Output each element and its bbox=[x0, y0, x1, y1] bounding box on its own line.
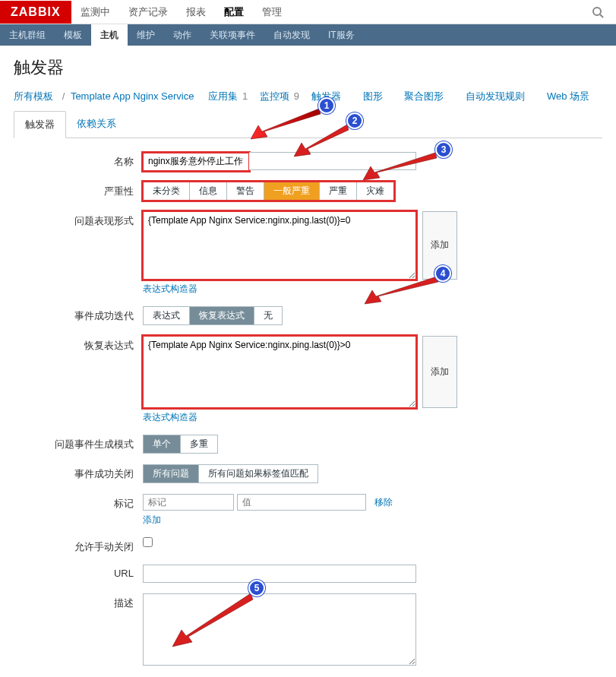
subnav-maintenance[interactable]: 维护 bbox=[128, 24, 164, 46]
topnav-reports[interactable]: 报表 bbox=[177, 0, 215, 25]
sev-average[interactable]: 一般严重 bbox=[264, 182, 320, 200]
top-header: ZABBIX 监测中 资产记录 报表 配置 管理 bbox=[0, 0, 616, 24]
tag-remove-link[interactable]: 移除 bbox=[374, 497, 393, 508]
eg-expression[interactable]: 表达式 bbox=[144, 307, 190, 324]
ok-close-selector: 所有问题 所有问题如果标签值匹配 bbox=[143, 464, 318, 483]
topnav-config[interactable]: 配置 bbox=[215, 0, 253, 25]
subnav-actions[interactable]: 动作 bbox=[164, 24, 201, 46]
expression-textarea[interactable] bbox=[143, 211, 416, 280]
oc-match-tag[interactable]: 所有问题如果标签值匹配 bbox=[199, 465, 317, 482]
subnav-it-services[interactable]: IT服务 bbox=[319, 24, 364, 46]
subnav-hostgroups[interactable]: 主机群组 bbox=[0, 24, 55, 46]
pm-multiple[interactable]: 多重 bbox=[181, 435, 217, 453]
tag-add-link[interactable]: 添加 bbox=[143, 514, 161, 525]
logo[interactable]: ZABBIX bbox=[0, 1, 71, 24]
problem-mode-selector: 单个 多重 bbox=[143, 435, 218, 454]
svg-line-1 bbox=[600, 14, 603, 17]
tag-value-input[interactable] bbox=[237, 494, 366, 511]
description-label: 描述 bbox=[14, 593, 143, 610]
sev-high[interactable]: 严重 bbox=[320, 182, 357, 200]
crumb-screens[interactable]: 聚合图形 bbox=[404, 90, 444, 102]
tab-trigger[interactable]: 触发器 bbox=[14, 111, 66, 138]
description-textarea[interactable] bbox=[143, 593, 416, 666]
crumb-web[interactable]: Web 场景 bbox=[547, 90, 589, 102]
annotation-badge-3: 3 bbox=[435, 141, 452, 158]
crumb-items[interactable]: 监控项 bbox=[260, 90, 289, 102]
breadcrumb: 所有模板 / Template App Nginx Service 应用集1 监… bbox=[0, 90, 616, 111]
top-nav: 监测中 资产记录 报表 配置 管理 bbox=[71, 0, 291, 25]
page-title: 触发器 bbox=[0, 46, 616, 90]
tab-dependencies[interactable]: 依赖关系 bbox=[66, 111, 127, 138]
name-input[interactable] bbox=[143, 153, 249, 171]
eg-none[interactable]: 无 bbox=[254, 307, 282, 324]
manual-close-checkbox[interactable] bbox=[143, 537, 153, 547]
annotation-badge-5: 5 bbox=[248, 580, 265, 596]
subnav-correlation[interactable]: 关联项事件 bbox=[201, 24, 264, 46]
expression-builder-link[interactable]: 表达式构造器 bbox=[143, 283, 197, 294]
severity-selector: 未分类 信息 警告 一般严重 严重 灾难 bbox=[143, 182, 394, 201]
sev-not-classified[interactable]: 未分类 bbox=[144, 182, 190, 200]
eg-recovery[interactable]: 恢复表达式 bbox=[190, 307, 254, 324]
pm-single[interactable]: 单个 bbox=[144, 435, 181, 453]
url-label: URL bbox=[14, 565, 143, 579]
expression-label: 问题表现形式 bbox=[14, 211, 143, 228]
trigger-form: 名称 严重性 未分类 信息 警告 一般严重 严重 灾难 问题表现形式 添加 表达… bbox=[0, 138, 616, 677]
subnav-hosts[interactable]: 主机 bbox=[91, 24, 128, 46]
search-icon[interactable] bbox=[587, 2, 608, 23]
crumb-sep: / bbox=[62, 90, 65, 102]
recovery-label: 恢复表达式 bbox=[14, 336, 143, 353]
recovery-builder-link[interactable]: 表达式构造器 bbox=[143, 412, 197, 422]
crumb-graphs[interactable]: 图形 bbox=[363, 90, 383, 102]
sev-warning[interactable]: 警告 bbox=[227, 182, 264, 200]
crumb-apps[interactable]: 应用集 bbox=[208, 90, 238, 102]
sev-information[interactable]: 信息 bbox=[190, 182, 227, 200]
annotation-badge-4: 4 bbox=[434, 265, 451, 282]
annotation-badge-1: 1 bbox=[318, 97, 335, 114]
sub-nav: 主机群组 模板 主机 维护 动作 关联项事件 自动发现 IT服务 bbox=[0, 24, 616, 46]
topnav-inventory[interactable]: 资产记录 bbox=[119, 0, 177, 25]
crumb-all-templates[interactable]: 所有模板 bbox=[14, 90, 53, 102]
crumb-discovery[interactable]: 自动发现规则 bbox=[466, 90, 525, 102]
topnav-monitoring[interactable]: 监测中 bbox=[71, 0, 119, 25]
crumb-template[interactable]: Template App Nginx Service bbox=[71, 90, 194, 102]
tabs: 触发器 依赖关系 bbox=[14, 111, 602, 138]
tag-name-input[interactable] bbox=[143, 494, 234, 511]
recovery-add-button[interactable]: 添加 bbox=[422, 336, 457, 408]
name-input-ext[interactable] bbox=[249, 152, 416, 170]
subnav-templates[interactable]: 模板 bbox=[55, 24, 91, 46]
tags-label: 标记 bbox=[14, 494, 143, 511]
event-gen-label: 事件成功迭代 bbox=[14, 306, 143, 323]
event-gen-selector: 表达式 恢复表达式 无 bbox=[143, 306, 283, 325]
name-label: 名称 bbox=[14, 152, 143, 169]
severity-label: 严重性 bbox=[14, 182, 143, 198]
svg-point-0 bbox=[593, 8, 601, 15]
problem-mode-label: 问题事件生成模式 bbox=[14, 435, 143, 451]
url-input[interactable] bbox=[143, 565, 416, 583]
sev-disaster[interactable]: 灾难 bbox=[357, 182, 393, 200]
recovery-textarea[interactable] bbox=[143, 336, 416, 408]
ok-close-label: 事件成功关闭 bbox=[14, 464, 143, 481]
annotation-badge-2: 2 bbox=[346, 112, 363, 129]
manual-close-label: 允许手动关闭 bbox=[14, 537, 143, 554]
topnav-admin[interactable]: 管理 bbox=[253, 0, 291, 25]
oc-all[interactable]: 所有问题 bbox=[144, 465, 199, 482]
subnav-discovery[interactable]: 自动发现 bbox=[264, 24, 319, 46]
